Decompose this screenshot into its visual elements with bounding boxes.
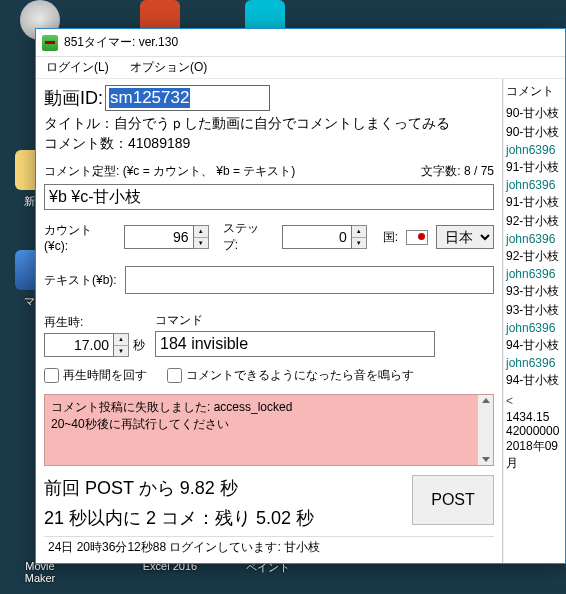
text-label: テキスト(¥b): [44, 272, 117, 289]
comment-item[interactable]: 91-甘小枝 [506, 193, 563, 212]
comment-item[interactable]: 90-甘小枝 [506, 104, 563, 123]
chk-sound-label[interactable]: コメントできるようになったら音を鳴らす [167, 367, 414, 384]
command-input[interactable] [155, 331, 435, 357]
comment-item[interactable]: john6396 [506, 231, 563, 247]
side-bottom-3: 2018年09月 [506, 438, 563, 472]
text-input[interactable] [125, 266, 494, 294]
window-title: 851タイマー: ver.130 [64, 34, 178, 51]
chk-loop-label[interactable]: 再生時間を回す [44, 367, 147, 384]
command-label: コマンド [155, 312, 494, 329]
count-down[interactable]: ▼ [194, 238, 208, 249]
flag-icon [406, 230, 428, 245]
comment-item[interactable]: 91-甘小枝 [506, 158, 563, 177]
comment-item[interactable]: john6396 [506, 142, 563, 158]
count-up[interactable]: ▲ [194, 226, 208, 238]
comment-item[interactable]: john6396 [506, 177, 563, 193]
menu-option[interactable]: オプション(O) [130, 60, 207, 74]
step-spinner[interactable]: ▲▼ [282, 225, 367, 249]
video-id-value: sm125732 [109, 88, 190, 108]
comment-item[interactable]: john6396 [506, 355, 563, 371]
comment-item[interactable]: 94-甘小枝 [506, 371, 563, 390]
play-up[interactable]: ▲ [114, 334, 128, 346]
app-window: 851タイマー: ver.130 ログイン(L) オプション(O) 動画ID: … [35, 28, 566, 564]
comment-item[interactable]: john6396 [506, 266, 563, 282]
comment-item[interactable]: 93-甘小枝 [506, 301, 563, 320]
side-bottom-2: 42000000 [506, 424, 563, 438]
count-spinner[interactable]: ▲▼ [124, 225, 209, 249]
comment-list[interactable]: 90-甘小枝90-甘小枝john639691-甘小枝john639691-甘小枝… [506, 104, 563, 390]
video-id-input[interactable]: sm125732 [105, 85, 270, 111]
app-icon [42, 35, 58, 51]
titlebar[interactable]: 851タイマー: ver.130 [36, 29, 565, 57]
log-line-2: 20~40秒後に再試行してください [51, 416, 487, 433]
char-count: 文字数: 8 / 75 [421, 163, 494, 180]
count-input[interactable] [124, 225, 194, 249]
country-select[interactable]: 日本 [436, 225, 494, 249]
post-button[interactable]: POST [412, 475, 494, 525]
video-id-label: 動画ID: [44, 86, 103, 110]
menu-login[interactable]: ログイン(L) [46, 60, 109, 74]
play-label: 再生時: [44, 314, 145, 331]
chk-sound[interactable] [167, 368, 182, 383]
step-up[interactable]: ▲ [352, 226, 366, 238]
log-scrollbar[interactable] [477, 395, 493, 465]
menubar: ログイン(L) オプション(O) [36, 57, 565, 79]
count-label: カウント(¥c): [44, 222, 116, 253]
side-bottom-1: 1434.15 [506, 410, 563, 424]
comment-item[interactable]: 92-甘小枝 [506, 212, 563, 231]
title-line: タイトル：自分でうｐした動画に自分でコメントしまくってみる [44, 115, 494, 133]
template-input[interactable] [44, 184, 494, 210]
comment-item[interactable]: 90-甘小枝 [506, 123, 563, 142]
sidebar-scroll-left[interactable]: < [506, 394, 563, 408]
step-input[interactable] [282, 225, 352, 249]
sidebar-header: コメント [506, 83, 563, 100]
step-down[interactable]: ▼ [352, 238, 366, 249]
template-label: コメント定型: (¥c = カウント、 ¥b = テキスト) [44, 163, 295, 180]
status-next: 21 秒以内に 2 コメ：残り 5.02 秒 [44, 506, 412, 530]
log-box: コメント投稿に失敗しました: access_locked 20~40秒後に再試行… [44, 394, 494, 466]
status-prev: 前回 POST から 9.82 秒 [44, 476, 412, 500]
play-input[interactable] [44, 333, 114, 357]
comment-item[interactable]: 93-甘小枝 [506, 282, 563, 301]
chk-loop[interactable] [44, 368, 59, 383]
country-label: 国: [383, 229, 398, 246]
play-down[interactable]: ▼ [114, 346, 128, 357]
step-label: ステップ: [223, 220, 274, 254]
comment-count-line: コメント数：41089189 [44, 135, 494, 153]
log-line-1: コメント投稿に失敗しました: access_locked [51, 399, 487, 416]
comment-item[interactable]: john6396 [506, 320, 563, 336]
comment-item[interactable]: 94-甘小枝 [506, 336, 563, 355]
status-bar: 24日 20時36分12秒88 ログインしています: 甘小枝 [44, 536, 494, 558]
comment-sidebar: コメント 90-甘小枝90-甘小枝john639691-甘小枝john63969… [503, 79, 565, 563]
seconds-label: 秒 [133, 337, 145, 354]
play-spinner[interactable]: ▲▼ [44, 333, 129, 357]
comment-item[interactable]: 92-甘小枝 [506, 247, 563, 266]
